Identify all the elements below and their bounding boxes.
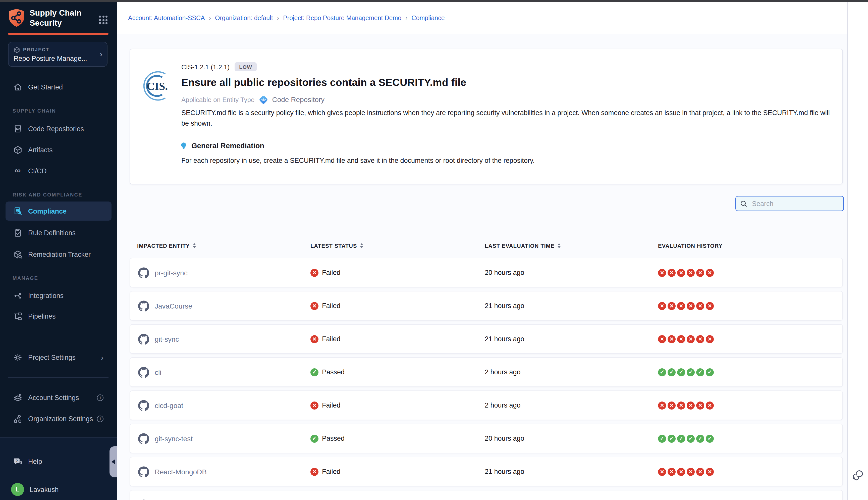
- column-header-impacted-entity[interactable]: IMPACTED ENTITY: [137, 238, 196, 253]
- sidebar-item-organization-settings[interactable]: Organization Settings i: [5, 410, 112, 428]
- sidebar-item-cicd[interactable]: ∞ CI/CD: [5, 162, 112, 180]
- integrations-share-icon: [13, 291, 23, 300]
- github-icon: [138, 433, 149, 444]
- sidebar-collapse-handle[interactable]: [109, 446, 117, 477]
- passed-icon: [687, 434, 695, 442]
- failed-icon: [687, 302, 695, 310]
- status-label: Failed: [322, 335, 340, 343]
- table-row[interactable]: git-sync Failed 21 hours ago: [130, 324, 843, 354]
- supply-chain-security-logo-icon: [8, 8, 25, 28]
- breadcrumb-organization[interactable]: Organization: default: [215, 14, 273, 21]
- github-icon: [138, 267, 149, 278]
- last-evaluation-time: 21 hours ago: [485, 325, 524, 353]
- sidebar-item-rule-definitions[interactable]: Rule Definitions: [5, 224, 112, 242]
- entity-link[interactable]: React-MongoDB: [155, 468, 207, 476]
- entity-link[interactable]: cli: [155, 368, 161, 376]
- project-cube-icon: [14, 46, 20, 53]
- failed-icon: [706, 269, 714, 277]
- sidebar-item-artifacts[interactable]: Artifacts: [5, 141, 112, 159]
- column-header-last-evaluation-time[interactable]: LAST EVALUATION TIME: [485, 238, 560, 253]
- column-header-latest-status[interactable]: LATEST STATUS: [310, 238, 363, 253]
- lightbulb-icon: [180, 142, 187, 150]
- sidebar-item-integrations[interactable]: Integrations: [5, 286, 112, 305]
- passed-icon: [668, 368, 675, 376]
- failed-icon: [687, 335, 695, 343]
- evaluation-history: [658, 358, 714, 386]
- passed-icon: [706, 434, 714, 442]
- sort-icon[interactable]: [558, 243, 560, 248]
- table-header: IMPACTED ENTITY LATEST STATUS LAST EVALU…: [130, 238, 843, 253]
- status-label: Passed: [322, 435, 345, 442]
- entity-link[interactable]: git-sync: [155, 335, 179, 343]
- organization-hierarchy-icon: [13, 414, 23, 423]
- info-icon[interactable]: i: [97, 394, 103, 401]
- info-icon[interactable]: i: [97, 415, 103, 422]
- status-label: Failed: [322, 468, 340, 475]
- entity-link[interactable]: git-sync-test: [155, 434, 193, 442]
- failed-icon: [706, 401, 714, 409]
- project-label: PROJECT: [23, 47, 49, 52]
- table-row[interactable]: Passed: [130, 490, 843, 500]
- module-switcher-icon[interactable]: [97, 14, 109, 26]
- evaluation-history: [658, 292, 714, 320]
- failed-icon: [696, 335, 704, 343]
- remediation-text: For each repository in use, create a SEC…: [181, 157, 535, 164]
- sort-icon[interactable]: [360, 243, 363, 248]
- evaluation-history: [658, 325, 714, 353]
- sidebar-item-pipelines[interactable]: Pipelines: [5, 307, 112, 325]
- entity-link[interactable]: pr-git-sync: [155, 269, 188, 277]
- svg-text:CIS.: CIS.: [147, 80, 168, 92]
- rule-description: SECURITY.md file is a security policy fi…: [181, 107, 832, 129]
- rule-title: Ensure all public repositories contain a…: [181, 76, 466, 89]
- sidebar-item-project-settings[interactable]: Project Settings ›: [5, 348, 112, 366]
- failed-icon: [658, 401, 666, 409]
- status-icon: [310, 302, 319, 310]
- severity-badge: LOW: [234, 62, 256, 72]
- failed-icon: [677, 335, 685, 343]
- search-input[interactable]: [751, 199, 836, 208]
- table-row[interactable]: pr-git-sync Failed 20 hours ago: [130, 258, 843, 287]
- user-menu[interactable]: L Lavakush: [5, 480, 112, 499]
- breadcrumb-account[interactable]: Account: Automation-SSCA: [128, 14, 205, 21]
- project-selector[interactable]: PROJECT Repo Posture Manage... ›: [8, 42, 107, 67]
- sidebar-item-help[interactable]: ? Help: [5, 452, 112, 470]
- sidebar-item-code-repositories[interactable]: Code Repositories: [5, 120, 112, 138]
- failed-icon: [687, 269, 695, 277]
- breadcrumb-separator: ›: [405, 14, 407, 21]
- sidebar-item-compliance[interactable]: Compliance: [5, 202, 112, 220]
- status-icon: [310, 434, 319, 442]
- table-row[interactable]: cli Passed 2 hours ago: [130, 357, 843, 387]
- support-chat-icon[interactable]: [852, 469, 864, 483]
- evaluation-history: [658, 391, 714, 420]
- github-icon: [138, 300, 149, 311]
- entity-link[interactable]: cicd-goat: [155, 401, 183, 409]
- section-label-supply-chain: SUPPLY CHAIN: [13, 108, 56, 114]
- failed-icon: [677, 468, 685, 476]
- section-label-manage: MANAGE: [13, 275, 38, 281]
- gear-icon: [13, 353, 23, 362]
- cis-logo: CIS.: [142, 69, 169, 103]
- passed-icon: [677, 434, 685, 442]
- sort-icon[interactable]: [193, 243, 196, 248]
- failed-icon: [668, 302, 675, 310]
- table-row[interactable]: cicd-goat Failed 2 hours ago: [130, 390, 843, 420]
- table-row[interactable]: git-sync-test Passed 20 hours ago: [130, 424, 843, 453]
- breadcrumb-project[interactable]: Project: Repo Posture Management Demo: [283, 14, 401, 21]
- failed-icon: [668, 335, 675, 343]
- sidebar: Supply Chain Security PROJECT Repo Postu…: [0, 2, 117, 500]
- breadcrumb-compliance[interactable]: Compliance: [412, 14, 445, 21]
- sidebar-item-get-started[interactable]: Get Started: [5, 78, 112, 96]
- sidebar-item-account-settings[interactable]: Account Settings i: [5, 388, 112, 407]
- entity-link[interactable]: JavaCourse: [155, 302, 192, 310]
- passed-icon: [696, 368, 704, 376]
- failed-icon: [696, 468, 704, 476]
- app-window: Supply Chain Security PROJECT Repo Postu…: [0, 0, 868, 500]
- table-row[interactable]: JavaCourse Failed 21 hours ago: [130, 291, 843, 321]
- status-icon: [310, 269, 319, 277]
- failed-icon: [677, 269, 685, 277]
- cicd-infinity-icon: ∞: [13, 167, 23, 174]
- github-icon: [138, 366, 149, 378]
- status-label: Failed: [322, 269, 340, 276]
- table-row[interactable]: React-MongoDB Failed 21 hours ago: [130, 457, 843, 486]
- sidebar-item-remediation-tracker[interactable]: Remediation Tracker: [5, 245, 112, 263]
